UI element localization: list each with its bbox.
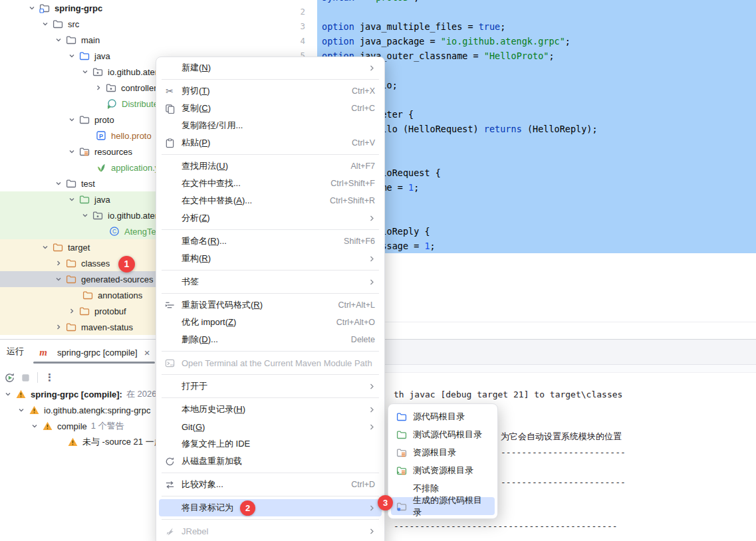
chevron-down-icon[interactable] — [42, 21, 49, 27]
menu-item-12[interactable]: 重命名(R)...Shift+F6 — [159, 233, 382, 250]
menu-separator — [162, 154, 379, 155]
menu-item-30[interactable]: 比较对象...Ctrl+D — [159, 476, 382, 493]
excluded-folder-icon — [66, 322, 76, 332]
run-row-detail: 在 2026 — [126, 388, 157, 400]
menu-item-label: 修复文件上的 IDE — [182, 438, 250, 450]
reformat-icon — [165, 300, 175, 310]
tree-item-label: test — [81, 179, 95, 189]
chevron-down-icon[interactable] — [29, 5, 35, 11]
chevron-right-icon[interactable] — [55, 324, 62, 330]
tree-item-label: maven-status — [81, 322, 133, 332]
chevron-right-icon[interactable] — [68, 308, 75, 314]
menu-item-15[interactable]: 书签 — [159, 273, 382, 290]
indent-spacer — [55, 437, 65, 447]
menu-item-5[interactable]: 粘贴(P)Ctrl+V — [159, 134, 382, 152]
tree-item-label: proto — [94, 115, 114, 125]
submenu-arrow-icon — [368, 64, 375, 72]
chevron-down-icon[interactable] — [82, 68, 88, 75]
menu-item-4[interactable]: 复制路径/引用... — [159, 117, 382, 134]
scissors-icon: ✂ — [166, 86, 174, 96]
menu-item-28[interactable]: 从磁盘重新加载 — [159, 453, 382, 470]
chevron-down-icon[interactable] — [18, 407, 25, 413]
menu-item-2[interactable]: ✂剪切(T)Ctrl+X — [159, 82, 382, 100]
menu-shortcut: Ctrl+X — [352, 86, 375, 96]
source-folder-icon — [79, 51, 90, 61]
excluded-folder-icon — [66, 258, 76, 269]
excluded-folder-icon — [66, 274, 76, 284]
reload-icon — [165, 457, 175, 467]
tree-item-label: src — [68, 19, 79, 29]
svg-text:P: P — [99, 133, 103, 140]
menu-item-label: 剪切(T) — [182, 85, 210, 97]
menu-separator — [162, 270, 379, 270]
copy-icon — [165, 104, 175, 114]
menu-item-19[interactable]: 删除(D)...Delete — [159, 331, 382, 348]
submenu-arrow-icon — [368, 215, 375, 222]
submenu-item-3[interactable]: 测试资源根目录 — [391, 461, 495, 479]
menu-item-8[interactable]: 在文件中查找...Ctrl+Shift+F — [159, 175, 382, 192]
chevron-down-icon[interactable] — [55, 37, 62, 43]
menu-item-26[interactable]: Git(G) — [159, 418, 382, 435]
chevron-down-icon[interactable] — [68, 116, 75, 123]
submenu-item-label: 源代码根目录 — [413, 411, 465, 423]
menu-item-17[interactable]: 重新设置代码格式(R)Ctrl+Alt+L — [159, 296, 382, 314]
menu-item-32[interactable]: 将目录标记为2 — [159, 499, 382, 516]
rerun-icon[interactable] — [4, 372, 15, 383]
tree-item-main[interactable]: main — [0, 32, 279, 48]
close-icon[interactable]: × — [144, 347, 150, 358]
chevron-right-icon[interactable] — [95, 84, 102, 91]
tab-spring-grpc-compile[interactable]: m spring-grpc [compile] × — [33, 342, 154, 362]
chevron-down-icon[interactable] — [68, 53, 75, 59]
chevron-down-icon[interactable] — [68, 196, 75, 203]
menu-item-label: JRebel — [182, 526, 208, 536]
submenu-arrow-icon — [368, 255, 375, 263]
menu-item-label: 分析(Z) — [182, 212, 210, 224]
tree-item-label: annotations — [98, 290, 142, 300]
warning-icon — [29, 405, 39, 415]
console-line-2: ------------------------ — [501, 447, 626, 457]
stop-icon[interactable] — [21, 373, 31, 383]
menu-item-label: Open Terminal at the Current Maven Modul… — [182, 358, 372, 368]
menu-item-label: 书签 — [182, 276, 199, 288]
menu-item-0[interactable]: 新建(N) — [159, 59, 382, 76]
menu-separator — [162, 496, 379, 496]
indent-spacer — [83, 162, 94, 173]
submenu-item-0[interactable]: 源代码根目录 — [391, 407, 495, 425]
tree-item-spring-grpc[interactable]: spring-grpc — [0, 0, 279, 16]
folder-icon — [66, 178, 76, 189]
chevron-right-icon[interactable] — [55, 260, 62, 267]
menu-item-27[interactable]: 修复文件上的 IDE — [159, 435, 382, 453]
tree-item-label: generated-sources — [81, 274, 153, 284]
more-icon[interactable]: ⋮ — [45, 372, 55, 383]
console-line-4: ----------------------------------------… — [394, 521, 618, 531]
submenu-item-label: 生成的源代码根目录 — [413, 494, 489, 518]
indent-spacer — [83, 130, 94, 141]
package-icon — [92, 66, 103, 77]
submenu-item-5[interactable]: 生成的源代码根目录 — [391, 497, 495, 515]
chevron-down-icon[interactable] — [55, 180, 62, 187]
chevron-down-icon[interactable] — [68, 148, 75, 155]
submenu-item-1[interactable]: 测试源代码根目录 — [391, 425, 495, 443]
chevron-down-icon[interactable] — [82, 212, 88, 219]
menu-item-23[interactable]: 打开于 — [159, 378, 382, 395]
menu-item-25[interactable]: 本地历史记录(H) — [159, 401, 382, 418]
menu-item-label: 比较对象... — [182, 479, 223, 490]
menu-item-7[interactable]: 查找用法(U)Alt+F7 — [159, 158, 382, 175]
menu-item-3[interactable]: 复制(C)Ctrl+C — [159, 100, 382, 117]
chevron-down-icon[interactable] — [55, 276, 62, 282]
menu-shortcut: Ctrl+Alt+O — [336, 318, 375, 327]
menu-item-label: 优化 import(Z) — [182, 316, 236, 328]
chevron-down-icon[interactable] — [5, 391, 11, 397]
chevron-down-icon[interactable] — [31, 423, 38, 429]
menu-item-10[interactable]: 分析(Z) — [159, 209, 382, 227]
proto-file-icon: P — [96, 130, 106, 141]
context-menu: 新建(N)✂剪切(T)Ctrl+X复制(C)Ctrl+C复制路径/引用...粘贴… — [156, 56, 385, 541]
menu-item-9[interactable]: 在文件中替换(A)...Ctrl+Shift+R — [159, 192, 382, 209]
annotation-badge-2: 2 — [240, 500, 255, 516]
chevron-down-icon[interactable] — [42, 244, 49, 251]
menu-item-label: 复制路径/引用... — [182, 120, 243, 132]
submenu-item-2[interactable]: 资源根目录 — [391, 443, 495, 461]
menu-item-18[interactable]: 优化 import(Z)Ctrl+Alt+O — [159, 314, 382, 331]
tree-item-src[interactable]: src — [0, 16, 279, 32]
menu-item-13[interactable]: 重构(R) — [159, 250, 382, 267]
